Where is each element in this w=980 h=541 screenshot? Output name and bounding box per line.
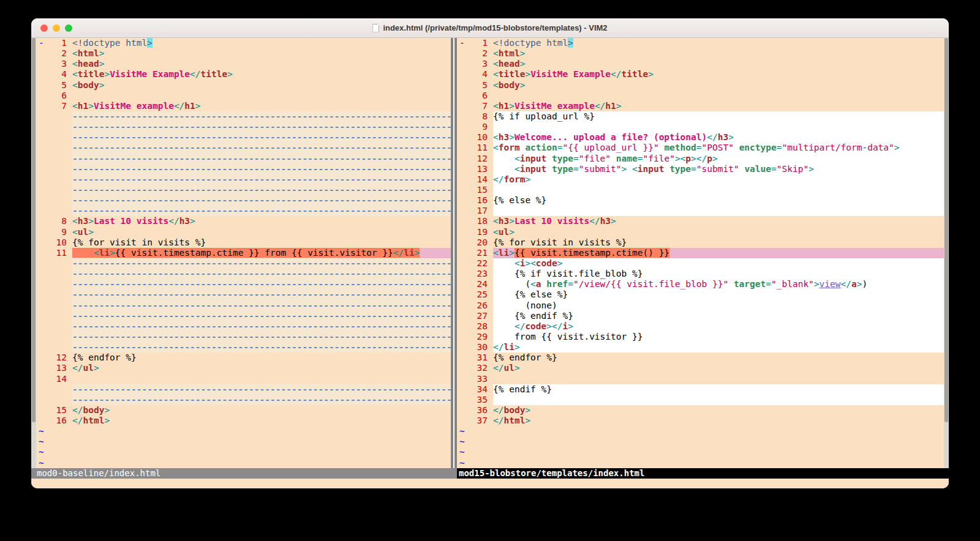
code-line[interactable]: 12{% endfor %} [36,353,451,363]
code-token: "{{ upload_url }}" [563,143,659,152]
code-line[interactable]: 27 {% endif %} [457,311,944,321]
code-line[interactable]: 34{% endif %} [457,384,944,395]
code-line[interactable]: 10{% for visit in visits %} [36,237,451,248]
code-token: < [514,258,520,268]
fold-column [457,237,467,248]
line-number: 11 [467,143,493,153]
code-line[interactable]: 24 (<a href="/view/{{ visit.file_blob }}… [457,279,944,289]
zoom-button[interactable] [65,24,72,32]
code-line[interactable]: 5<body> [457,80,944,91]
code-line[interactable]: 9 [457,122,944,132]
fold-column [457,69,467,80]
code-token: body [499,80,520,90]
titlebar[interactable]: index.html (/private/tmp/mod15-blobstore… [31,18,949,38]
code-line[interactable]: 11<form action="{{ upload_url }}" method… [457,143,944,153]
code-line[interactable]: 13</ul> [36,363,451,373]
fold-column [457,185,467,195]
line-number: 22 [467,258,493,269]
code-token: < [514,154,520,163]
code-line[interactable]: 2<html> [36,48,451,59]
code-line[interactable]: 36</body> [457,405,944,416]
code-line[interactable]: 31{% endfor %} [457,353,944,363]
code-line[interactable]: 4<title>VisitMe Example</title> [36,69,451,80]
line-number: 13 [47,363,72,373]
code-line[interactable]: 12 <input type="file" name="file"><p></p… [457,154,944,164]
left-scrollbar[interactable] [31,38,36,468]
deleted-line-dashes: ----------------------------------------… [72,154,451,164]
right-scrollbar-thumb[interactable] [944,38,948,422]
fold-column [36,185,47,195]
code-line[interactable]: -1<!doctype html> [36,38,451,48]
minimize-button[interactable] [53,24,60,32]
fold-column [36,101,47,111]
code-line[interactable]: 19<ul> [457,227,944,237]
code-token: > [99,48,105,58]
right-scrollbar[interactable] [944,38,949,468]
diff-filler-line: ----------------------------------------… [36,395,451,405]
code-line[interactable]: 4<title>VisitMe Example</title> [457,69,944,80]
diff-filler-line: ----------------------------------------… [36,132,451,143]
code-token: html [78,48,99,58]
code-line[interactable]: 8{% if upload_url %} [457,111,944,122]
code-line[interactable]: 3<head> [36,59,451,69]
vimdiff-editor: -1<!doctype html> 2<html> 3<head> 4<titl… [31,38,949,468]
code-line[interactable]: 18<h3>Last 10 visits</h3> [457,216,944,226]
code-token: </ [393,248,404,258]
command-line[interactable] [31,479,949,488]
line-text [493,91,944,101]
code-line[interactable]: 10<h3>Welcome... upload a file? (optiona… [457,132,944,143]
line-text: </ul> [493,363,944,373]
code-token: li [99,248,110,258]
code-line[interactable]: 2<html> [457,48,944,59]
line-text: <body> [72,80,451,91]
code-line[interactable]: 16</html> [36,416,451,426]
line-text: {% endfor %} [493,353,944,363]
code-line[interactable]: 9<ul> [36,227,451,237]
line-number: 15 [47,405,72,416]
code-line[interactable]: 11 <li>{{ visit.timestamp.ctime }} from … [36,248,451,258]
close-button[interactable] [40,24,48,32]
code-line[interactable]: 8<h3>Last 10 visits</h3> [36,216,451,226]
code-line[interactable]: 5<body> [36,80,451,91]
code-line[interactable]: 6 [36,91,451,101]
code-line[interactable]: 37</html> [457,416,944,426]
code-token: p [685,154,691,163]
line-number: 10 [47,237,72,248]
code-line[interactable]: 33 [457,374,944,384]
code-line[interactable]: 17 [457,206,944,216]
code-line[interactable]: -1<!doctype html> [457,38,944,48]
code-line[interactable]: 14 [36,374,451,384]
code-line[interactable]: 21<li>{{ visit.timestamp.ctime() }} [457,248,944,258]
vertical-split-handle[interactable] [451,38,457,468]
code-token: title [622,69,649,79]
code-line[interactable]: 26 (none) [457,300,944,311]
code-line[interactable]: 28 </code></i> [457,321,944,332]
code-line[interactable]: 15</body> [36,405,451,416]
code-line[interactable]: 25 {% else %} [457,289,944,300]
left-scrollbar-thumb[interactable] [32,38,36,422]
code-line[interactable]: 16{% else %} [457,195,944,206]
code-line[interactable]: 6 [457,91,944,101]
fold-column [36,122,47,132]
code-line[interactable]: 23 {% if visit.file_blob %} [457,269,944,279]
fold-column [36,59,47,69]
code-line[interactable]: 32</ul> [457,363,944,373]
code-line[interactable]: 30</li> [457,342,944,353]
fold-column [457,416,467,426]
code-token: = [573,164,579,174]
deleted-line-dashes: ----------------------------------------… [72,332,451,342]
code-line[interactable]: 35 [457,395,944,405]
code-line[interactable]: 29 from {{ visit.visitor }} [457,332,944,342]
code-line[interactable]: 13 <input type="submit"> <input type="su… [457,164,944,174]
code-line[interactable]: 22 <i><code> [457,258,944,269]
code-line[interactable]: 7<h1>VisitMe example</h1> [457,101,944,111]
code-line[interactable]: 20{% for visit in visits %} [457,237,944,248]
code-line[interactable]: 15 [457,185,944,195]
code-token: > [814,279,820,289]
code-line[interactable]: 3<head> [457,59,944,69]
code-line[interactable]: 7<h1>VisitMe example</h1> [36,101,451,111]
code-token: > [509,216,514,226]
fold-column [36,91,47,101]
line-number: 2 [47,48,72,59]
code-line[interactable]: 14</form> [457,174,944,185]
